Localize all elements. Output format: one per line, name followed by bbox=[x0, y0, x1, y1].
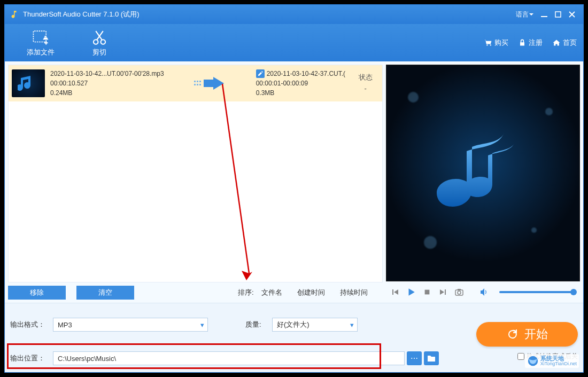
browse-button[interactable]: ⋯ bbox=[407, 351, 422, 365]
chevron-down-icon: ▾ bbox=[350, 321, 354, 329]
buy-label: 购买 bbox=[494, 38, 508, 48]
format-value: MP3 bbox=[58, 321, 72, 329]
output-file-info: 2020-11-03-10-42-37.CUT.( 00:00:01-00:00… bbox=[256, 69, 352, 98]
sort-by-filename[interactable]: 文件名 bbox=[261, 288, 282, 297]
svg-rect-9 bbox=[194, 84, 196, 85]
status-value: - bbox=[352, 83, 379, 95]
source-size: 0.24MB bbox=[50, 88, 164, 98]
svg-rect-16 bbox=[458, 289, 461, 290]
svg-rect-13 bbox=[424, 290, 429, 295]
buy-button[interactable]: 购买 bbox=[484, 38, 508, 48]
output-settings: 输出格式： MP3 ▾ 质量: 好(文件大) ▾ 输出位置： C:\Users\… bbox=[10, 316, 439, 367]
arrow-icon bbox=[164, 76, 256, 90]
home-button[interactable]: 首页 bbox=[552, 38, 577, 48]
svg-rect-6 bbox=[194, 81, 196, 82]
home-icon bbox=[552, 38, 561, 47]
svg-rect-0 bbox=[541, 16, 547, 17]
quality-combo[interactable]: 好(文件大) ▾ bbox=[272, 318, 358, 332]
annotation-arrow bbox=[217, 81, 260, 284]
svg-rect-8 bbox=[199, 81, 201, 82]
svg-rect-11 bbox=[199, 84, 201, 85]
chevron-down-icon bbox=[529, 12, 534, 17]
volume-icon[interactable] bbox=[477, 285, 491, 299]
start-label: 开始 bbox=[524, 326, 548, 342]
output-size: 0.3MB bbox=[256, 88, 352, 98]
bottom-panel: 输出格式： MP3 ▾ 质量: 好(文件大) ▾ 输出位置： C:\Users\… bbox=[5, 303, 583, 372]
format-label: 输出格式： bbox=[10, 320, 53, 329]
output-path-value: C:\Users\pc\Music\ bbox=[58, 355, 116, 363]
format-combo[interactable]: MP3 ▾ bbox=[53, 318, 208, 332]
scissors-icon bbox=[90, 28, 109, 46]
source-file-info: 2020-11-03-10-42...UT.00'07-00'28.mp3 00… bbox=[50, 69, 164, 98]
cut-label: 剪切 bbox=[92, 48, 106, 57]
preview-panel bbox=[386, 65, 580, 281]
lock-icon bbox=[518, 38, 527, 47]
svg-rect-10 bbox=[197, 84, 198, 85]
start-button[interactable]: 开始 bbox=[476, 322, 578, 347]
file-row[interactable]: 2020-11-03-10-42...UT.00'07-00'28.mp3 00… bbox=[9, 65, 382, 101]
left-pane: 2020-11-03-10-42...UT.00'07-00'28.mp3 00… bbox=[5, 61, 386, 303]
remove-button[interactable]: 移除 bbox=[8, 286, 66, 300]
main-area: 2020-11-03-10-42...UT.00'07-00'28.mp3 00… bbox=[5, 61, 583, 303]
register-label: 注册 bbox=[529, 38, 543, 48]
source-filename: 2020-11-03-10-42...UT.00'07-00'28.mp3 bbox=[50, 69, 164, 78]
add-file-button[interactable]: 添加文件 bbox=[11, 28, 70, 57]
minimize-button[interactable] bbox=[537, 7, 551, 21]
app-title: ThunderSoft Audio Cutter 7.1.0 (试用) bbox=[23, 10, 516, 19]
cart-icon bbox=[484, 38, 492, 47]
svg-line-12 bbox=[222, 84, 249, 273]
language-dropdown[interactable]: 语言 bbox=[516, 10, 534, 19]
status-column: 状态 - bbox=[352, 72, 379, 95]
next-button[interactable] bbox=[436, 285, 450, 299]
svg-point-4 bbox=[94, 40, 98, 44]
toolbar: 添加文件 剪切 购买 注册 首页 bbox=[5, 24, 583, 61]
volume-slider[interactable] bbox=[499, 291, 575, 293]
close-after-label: 格式转换完成后关 bbox=[527, 352, 578, 361]
svg-point-15 bbox=[458, 291, 461, 294]
open-folder-button[interactable] bbox=[424, 351, 439, 365]
maximize-button[interactable] bbox=[551, 7, 565, 21]
file-thumbnail bbox=[12, 69, 45, 97]
play-button[interactable] bbox=[404, 285, 418, 299]
svg-point-5 bbox=[101, 40, 106, 44]
close-after-checkbox-row: 格式转换完成后关 bbox=[517, 352, 578, 361]
output-range: 00:00:01-00:00:09 bbox=[256, 78, 352, 88]
right-pane bbox=[386, 61, 583, 303]
svg-rect-1 bbox=[555, 12, 561, 17]
path-label: 输出位置： bbox=[10, 354, 53, 363]
edit-icon[interactable] bbox=[256, 69, 265, 78]
music-note-icon bbox=[435, 128, 531, 218]
clear-button[interactable]: 清空 bbox=[76, 286, 134, 300]
stop-button[interactable] bbox=[420, 285, 434, 299]
status-header: 状态 bbox=[352, 72, 379, 83]
refresh-icon bbox=[506, 328, 519, 341]
list-footer: 移除 清空 排序: 文件名 创建时间 持续时间 bbox=[5, 282, 386, 303]
snapshot-button[interactable] bbox=[452, 285, 466, 299]
language-label: 语言 bbox=[516, 10, 529, 19]
register-button[interactable]: 注册 bbox=[518, 38, 543, 48]
svg-rect-2 bbox=[33, 31, 46, 42]
prev-button[interactable] bbox=[388, 285, 402, 299]
app-window: ThunderSoft Audio Cutter 7.1.0 (试用) 语言 添… bbox=[4, 4, 584, 373]
close-button[interactable] bbox=[565, 7, 579, 21]
quality-value: 好(文件大) bbox=[277, 320, 310, 329]
sort-by-duration[interactable]: 持续时间 bbox=[340, 288, 368, 297]
svg-rect-7 bbox=[197, 81, 198, 82]
file-list: 2020-11-03-10-42...UT.00'07-00'28.mp3 00… bbox=[8, 65, 383, 282]
add-file-label: 添加文件 bbox=[27, 48, 55, 57]
source-duration: 00:00:10.527 bbox=[50, 78, 164, 88]
play-controls bbox=[386, 281, 580, 303]
close-after-checkbox[interactable] bbox=[517, 353, 524, 360]
output-path-input[interactable]: C:\Users\pc\Music\ bbox=[53, 351, 405, 365]
add-file-icon bbox=[32, 28, 50, 46]
cut-button[interactable]: 剪切 bbox=[70, 28, 129, 57]
titlebar: ThunderSoft Audio Cutter 7.1.0 (试用) 语言 bbox=[5, 5, 583, 24]
sort-label: 排序: bbox=[238, 288, 254, 297]
quality-label: 质量: bbox=[245, 320, 272, 329]
output-filename: 2020-11-03-10-42-37.CUT.( bbox=[267, 69, 345, 78]
app-logo-icon bbox=[9, 10, 19, 19]
chevron-down-icon: ▾ bbox=[200, 321, 204, 329]
sort-by-created[interactable]: 创建时间 bbox=[297, 288, 325, 297]
home-label: 首页 bbox=[563, 38, 577, 48]
svg-point-3 bbox=[44, 36, 46, 37]
